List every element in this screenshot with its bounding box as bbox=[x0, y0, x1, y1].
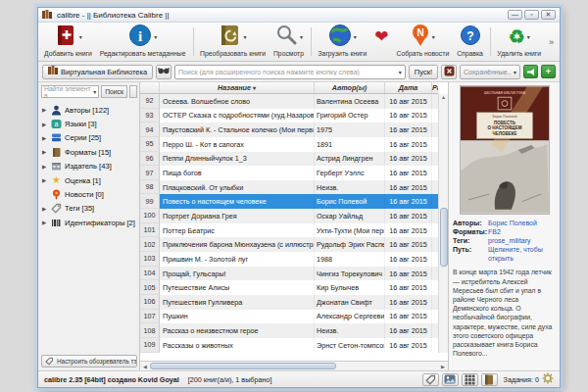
help-button[interactable]: ? Справка bbox=[454, 23, 486, 61]
clear-search-button[interactable] bbox=[441, 65, 457, 79]
table-row[interactable]: 97Пища боговГерберт Уэллс16 авг 2015 bbox=[140, 166, 438, 180]
donate-button[interactable]: ❤ bbox=[371, 23, 391, 61]
fetch-news-button[interactable]: N▾ Собрать новости bbox=[393, 23, 452, 61]
search-input[interactable]: Поиск (для расширенного поиска нажмите к… bbox=[174, 65, 406, 79]
jobs-spinner-icon[interactable] bbox=[542, 372, 554, 386]
dropdown-icon[interactable]: ▾ bbox=[154, 33, 157, 40]
toggle-tag-browser-button[interactable] bbox=[422, 373, 439, 386]
dropdown-icon[interactable]: ▾ bbox=[432, 33, 435, 40]
toolbar-overflow-chevron[interactable]: » bbox=[546, 37, 557, 47]
path-link[interactable]: Щелкните, чтобы открыть bbox=[488, 245, 556, 263]
search-go-button[interactable]: Пуск! bbox=[409, 65, 438, 79]
tag-find-extra-button[interactable] bbox=[129, 85, 137, 98]
table-row[interactable]: 95Перро Ш. - Кот в сапогах189116 авг 201… bbox=[140, 137, 438, 152]
sort-indicator-icon: ▾ bbox=[253, 84, 256, 91]
expand-arrow-icon[interactable]: ▶ bbox=[42, 177, 48, 183]
close-button[interactable]: ✕ bbox=[541, 10, 556, 20]
get-books-button[interactable]: ▾ Загрузить книги bbox=[316, 23, 370, 61]
table-row[interactable]: 105Путешествие АлисыКир Булычев16 авг 20… bbox=[140, 280, 438, 295]
remove-books-button[interactable]: ♻▾ Удалить книги bbox=[494, 23, 544, 61]
title-bar[interactable]: calibre - || Библиотека Calibre || — ▫ ✕ bbox=[38, 8, 560, 23]
virtual-library-button[interactable]: Виртуальная Библиотека bbox=[42, 65, 153, 79]
tag-link[interactable]: prose_military bbox=[488, 236, 556, 245]
convert-books-button[interactable]: ▾ Преобразовать книги bbox=[197, 23, 269, 61]
sidebar-item-news[interactable]: Новости [0] bbox=[41, 187, 137, 201]
toggle-cover-grid-button[interactable] bbox=[462, 373, 478, 386]
configure-tag-browser-button[interactable]: Настроить обозреватель тэгов ▾ bbox=[41, 355, 137, 368]
svg-text:ПОВЕСТЬ: ПОВЕСТЬ bbox=[493, 121, 515, 125]
maximize-button[interactable]: ▫ bbox=[524, 10, 539, 20]
tag-find-input[interactable]: Найти элемент в... ▾ bbox=[41, 85, 99, 98]
expand-arrow-icon[interactable]: ▶ bbox=[42, 135, 48, 141]
edit-metadata-icon: i bbox=[128, 24, 152, 51]
help-icon: ? bbox=[460, 24, 481, 50]
expand-arrow-icon[interactable]: ▶ bbox=[42, 107, 48, 113]
sidebar-item-rating[interactable]: ▶ ★ Оценка [1] bbox=[41, 173, 137, 187]
table-row[interactable]: 94Паустовский К. - Стальное колечко (Мои… bbox=[140, 122, 438, 137]
view-button[interactable]: ▾ Просмотр bbox=[270, 23, 307, 61]
field-path: Путь: Щелкните, чтобы открыть bbox=[453, 245, 556, 263]
table-row[interactable]: 107ПушкинАлександр Сергеевич П...16 авг … bbox=[140, 310, 438, 324]
table-row[interactable]: 106Путешествия ГулливераДжонатан Свифт16… bbox=[140, 295, 438, 310]
header-date[interactable]: Дата bbox=[385, 82, 432, 93]
table-row[interactable]: 104Прощай, Гульсары!Чингиз Торекулович А… bbox=[140, 267, 438, 281]
author-link[interactable]: Борис Полевой bbox=[488, 219, 556, 227]
sidebar-item-identifiers[interactable]: ▶ Идентификаторы [2] bbox=[41, 216, 137, 229]
dropdown-icon[interactable]: ▾ bbox=[527, 33, 530, 40]
table-row[interactable]: 92Осеева. Волшебное словоВалентина Осеев… bbox=[140, 94, 438, 109]
table-row[interactable]: 101Поттер БеатрисУхти-Тухти (Мои первы..… bbox=[140, 223, 438, 238]
table-row[interactable]: 100Портрет Дориана ГреяОскар Уайльд16 ав… bbox=[140, 209, 438, 223]
header-authors[interactable]: Автор(ы) bbox=[315, 82, 385, 93]
table-row[interactable]: 96Пеппи Длинныйчулок 1_3Астрид Линдгрен1… bbox=[140, 152, 438, 167]
book-cover[interactable]: ШКОЛЬНАЯ БИБЛИОТЕКА Борис Полевой ПОВЕСТ… bbox=[460, 85, 550, 215]
tag-find-button[interactable]: Поиск bbox=[101, 85, 127, 98]
sidebar-item-languages[interactable]: ▶ a Языки [3] bbox=[41, 117, 137, 130]
add-books-button[interactable]: ▾ Добавить книги bbox=[41, 23, 95, 61]
expand-arrow-icon[interactable]: ▶ bbox=[42, 149, 48, 155]
header-size[interactable]: Ра bbox=[432, 82, 438, 93]
jobs-label[interactable]: Задания: 0 bbox=[504, 375, 539, 384]
toggle-book-details-button[interactable] bbox=[442, 373, 459, 386]
header-title[interactable]: Название▾ bbox=[160, 82, 315, 93]
copy-search-button[interactable] bbox=[523, 65, 538, 78]
table-row[interactable]: 93ОСТЕР Сказка с подробностями (худ.Наза… bbox=[140, 109, 438, 123]
horizontal-scrollbar[interactable]: ◀ ▶ bbox=[140, 361, 448, 370]
sidebar-item-publisher[interactable]: ▶ Издатель [43] bbox=[41, 160, 137, 173]
category-tree: ▶ Авторы [122] ▶ a Языки [3] ▶ Серии [25… bbox=[41, 103, 137, 355]
table-row[interactable]: 98Плацковский. От улыбкиНеизв.16 авг 201… bbox=[140, 180, 438, 195]
table-row[interactable]: 102Приключения барона Мюнхаузена (с иллю… bbox=[140, 237, 438, 252]
dropdown-icon[interactable]: ▾ bbox=[243, 33, 246, 40]
toggle-cover-browser-button[interactable] bbox=[481, 373, 498, 386]
table-row[interactable]: 108Рассказ о неизвестном героеНеизв.16 а… bbox=[140, 323, 438, 338]
table-row[interactable]: 103Пришвин М. - Золотой луг198816 авг 20… bbox=[140, 252, 438, 267]
scroll-thumb[interactable] bbox=[150, 363, 336, 369]
format-link[interactable]: FB2 bbox=[488, 227, 556, 236]
sidebar-item-authors[interactable]: ▶ Авторы [122] bbox=[41, 103, 137, 117]
calibre-window: calibre - || Библиотека Calibre || — ▫ ✕… bbox=[37, 7, 561, 388]
sidebar-item-tags[interactable]: ▶ Теги [35] bbox=[41, 202, 137, 216]
save-search-button[interactable]: + bbox=[541, 65, 556, 78]
scroll-up-icon[interactable]: ▲ bbox=[441, 94, 446, 100]
sidebar-item-formats[interactable]: ▶ Форматы [15] bbox=[41, 145, 137, 159]
svg-text:ШКОЛЬНАЯ БИБЛИОТЕКА: ШКОЛЬНАЯ БИБЛИОТЕКА bbox=[484, 91, 526, 95]
search-dropdown-icon[interactable]: ▾ bbox=[399, 69, 402, 75]
minimize-button[interactable]: — bbox=[508, 10, 522, 20]
table-row[interactable]: 109Рассказы о животныхЭрнст Сетон-томпсо… bbox=[140, 338, 438, 353]
dropdown-icon[interactable]: ▾ bbox=[300, 33, 303, 40]
expand-arrow-icon[interactable]: ▶ bbox=[42, 206, 48, 212]
scroll-right-icon[interactable]: ▶ bbox=[438, 364, 448, 369]
vertical-scrollbar[interactable]: ▲ bbox=[438, 94, 448, 353]
expand-arrow-icon[interactable]: ▶ bbox=[42, 122, 48, 127]
scroll-left-icon[interactable]: ◀ bbox=[140, 364, 150, 369]
expand-arrow-icon[interactable]: ▶ bbox=[42, 164, 48, 170]
search-highlight-button[interactable] bbox=[156, 65, 172, 79]
recycle-icon: ♻ bbox=[509, 26, 525, 47]
scroll-thumb[interactable] bbox=[440, 208, 448, 267]
table-row-selected[interactable]: 99Повесть о настоящем человекеБорис Поле… bbox=[140, 194, 438, 209]
edit-metadata-button[interactable]: i▾ Редактировать метаданные bbox=[97, 23, 189, 61]
expand-arrow-icon[interactable]: ▶ bbox=[42, 220, 48, 225]
sidebar-item-series[interactable]: ▶ Серии [25] bbox=[41, 131, 137, 145]
dropdown-icon[interactable]: ▾ bbox=[79, 33, 82, 40]
dropdown-icon[interactable]: ▾ bbox=[354, 33, 357, 40]
saved-search-combo[interactable]: Сохранённые... ▾ bbox=[460, 65, 520, 79]
